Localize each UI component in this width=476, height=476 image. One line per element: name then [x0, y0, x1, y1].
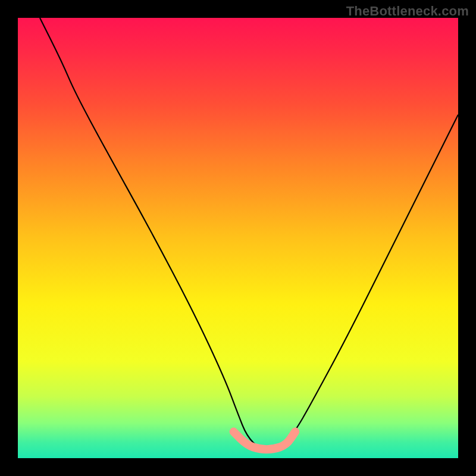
- watermark-label: TheBottleneck.com: [346, 4, 469, 19]
- bottleneck-chart: [0, 0, 476, 476]
- plot-background: [18, 18, 458, 458]
- chart-frame: TheBottleneck.com: [0, 0, 476, 476]
